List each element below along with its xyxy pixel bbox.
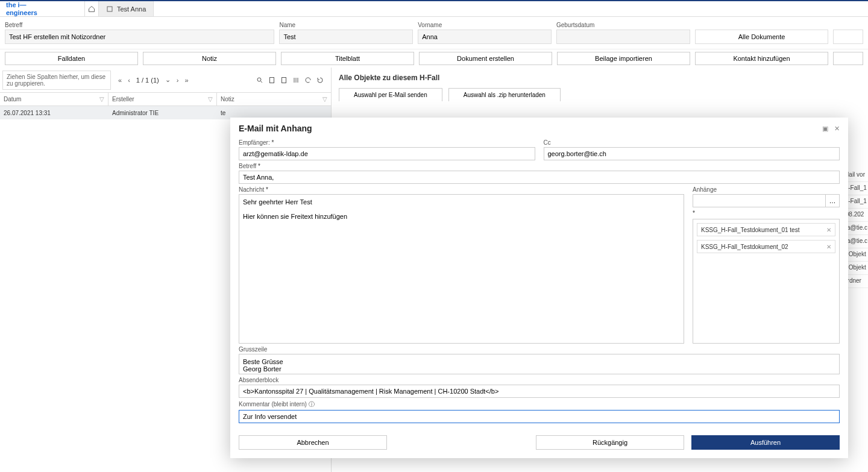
prev-page-icon[interactable]: ‹ <box>128 77 130 84</box>
betreff-label: Betreff <box>5 22 274 28</box>
columns-icon[interactable] <box>292 77 300 84</box>
cell-ersteller: Administrator TIE <box>108 110 217 116</box>
page-dropdown-icon[interactable]: ⌄ <box>165 76 171 84</box>
greeting-label: Grusszeile <box>239 346 840 353</box>
vorname-label: Vorname <box>418 22 552 28</box>
nav-block: « ‹ 1 / 1 (1) ⌄ › » <box>113 76 193 84</box>
top-bar: the i—engineers Test Anna <box>0 0 868 17</box>
svg-point-1 <box>257 78 261 81</box>
export-icon[interactable] <box>268 77 275 84</box>
remove-attachment-icon[interactable]: ✕ <box>826 244 831 250</box>
col-datum[interactable]: Datum ▽ <box>0 93 108 105</box>
grid-header: Datum ▽ Ersteller ▽ Notiz ▽ <box>0 93 331 106</box>
case-tab-label: Test Anna <box>117 5 146 13</box>
modal-footer: Abbrechen Rückgängig Ausführen <box>230 429 848 458</box>
cc-input[interactable] <box>544 147 840 160</box>
group-hint[interactable]: Ziehen Sie Spalten hierher, um diese zu … <box>2 71 111 90</box>
subject-label: Betreff * <box>239 163 840 169</box>
attachment-item: KSSG_H-Fall_Testdokument_02 ✕ <box>697 240 835 253</box>
name-label: Name <box>279 22 413 28</box>
modal-body: Empfänger: * Cc Betreff * Nachricht * An… <box>230 139 848 429</box>
all-documents-button[interactable]: Alle Dokumente <box>695 30 829 44</box>
greeting-textarea[interactable] <box>239 354 840 374</box>
notiz-button[interactable]: Notiz <box>143 52 276 65</box>
close-icon[interactable]: ✕ <box>834 125 840 133</box>
name-input[interactable] <box>279 30 413 44</box>
betreff-input[interactable] <box>5 30 274 44</box>
case-icon <box>106 5 113 13</box>
col-ersteller[interactable]: Ersteller ▽ <box>108 93 217 105</box>
extra-button[interactable] <box>833 30 863 44</box>
more-button[interactable] <box>833 52 863 65</box>
geburt-label: Geburtsdatum <box>556 22 690 28</box>
subject-input[interactable] <box>239 171 840 184</box>
dokument-button[interactable]: Dokument erstellen <box>419 52 552 65</box>
modal-title: E-Mail mit Anhang <box>239 124 312 133</box>
cc-label: Cc <box>544 139 840 146</box>
export2-icon[interactable] <box>280 77 288 84</box>
send-mail-button[interactable]: Auswahl per E-Mail senden <box>339 88 442 101</box>
case-tab[interactable]: Test Anna <box>99 1 154 16</box>
home-icon <box>88 5 95 13</box>
sender-input[interactable] <box>239 385 840 398</box>
filter-icon[interactable]: ▽ <box>99 96 104 102</box>
attachment-browse-button[interactable]: … <box>825 194 840 207</box>
message-label: Nachricht * <box>239 186 684 193</box>
info-icon[interactable]: ⓘ <box>309 401 315 407</box>
attachment-picker-input[interactable] <box>693 194 825 207</box>
maximize-icon[interactable]: ▣ <box>822 125 828 133</box>
titelblatt-button[interactable]: Titelblatt <box>281 52 414 65</box>
page-indicator: 1 / 1 (1) <box>136 77 159 84</box>
kontakt-button[interactable]: Kontakt hinzufügen <box>695 52 828 65</box>
modal-header: E-Mail mit Anhang ▣ ✕ <box>230 118 848 139</box>
tool-block <box>254 77 331 84</box>
execute-button[interactable]: Ausführen <box>691 435 840 450</box>
filter-icon[interactable]: ▽ <box>208 96 213 102</box>
recipient-label: Empfänger: * <box>239 139 535 146</box>
sender-label: Absenderblock <box>239 377 840 383</box>
home-tab[interactable] <box>84 1 99 16</box>
remove-attachment-icon[interactable]: ✕ <box>826 227 831 233</box>
cell-notiz: te <box>217 110 331 116</box>
attachments-label: Anhänge <box>693 186 840 193</box>
undo-button[interactable]: Rückgängig <box>536 435 684 450</box>
attachment-list: KSSG_H-Fall_Testdokument_01 test ✕ KSSG_… <box>693 219 840 344</box>
geburt-input[interactable] <box>556 30 690 44</box>
comment-input[interactable] <box>239 410 840 423</box>
next-page-icon[interactable]: › <box>177 77 179 84</box>
filter-icon[interactable]: ▽ <box>322 96 327 102</box>
undo-icon[interactable] <box>304 77 312 84</box>
right-actions: Auswahl per E-Mail senden Auswahl als .z… <box>332 88 868 101</box>
svg-rect-0 <box>107 7 112 11</box>
vorname-input[interactable] <box>418 30 552 44</box>
comment-label: Kommentar (bleibt intern) ⓘ <box>239 400 840 409</box>
cell-datum: 26.07.2021 13:31 <box>0 110 108 116</box>
svg-rect-3 <box>270 77 274 83</box>
svg-rect-4 <box>282 77 286 83</box>
recipient-input[interactable] <box>239 147 535 160</box>
email-modal: E-Mail mit Anhang ▣ ✕ Empfänger: * Cc Be… <box>230 118 848 458</box>
header-fields: Betreff Name Vorname Geburtsdatum Alle D… <box>0 17 868 49</box>
cancel-button[interactable]: Abbrechen <box>239 435 387 450</box>
col-notiz[interactable]: Notiz ▽ <box>217 93 331 105</box>
svg-line-2 <box>261 81 263 83</box>
first-page-icon[interactable]: « <box>118 77 122 84</box>
right-title: Alle Objekte zu diesem H-Fall <box>332 68 868 88</box>
refresh-icon[interactable] <box>316 77 324 84</box>
attachment-item: KSSG_H-Fall_Testdokument_01 test ✕ <box>697 223 835 236</box>
falldaten-button[interactable]: Falldaten <box>5 52 138 65</box>
last-page-icon[interactable]: » <box>184 77 188 84</box>
logo: the i—engineers <box>0 1 84 16</box>
message-textarea[interactable] <box>239 194 684 344</box>
action-row: Falldaten Notiz Titelblatt Dokument erst… <box>0 49 868 68</box>
left-toolbar: Ziehen Sie Spalten hierher, um diese zu … <box>0 68 331 93</box>
beilage-button[interactable]: Beilage importieren <box>557 52 690 65</box>
download-zip-button[interactable]: Auswahl als .zip herunterladen <box>448 88 561 101</box>
search-icon[interactable] <box>256 77 263 84</box>
